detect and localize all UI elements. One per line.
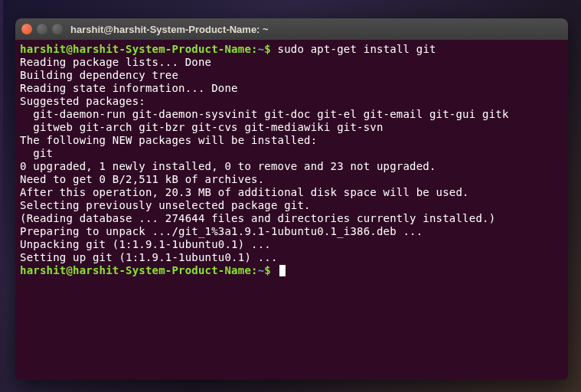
desktop-left-edge — [0, 0, 3, 392]
output-line: 0 upgraded, 1 newly installed, 0 to remo… — [20, 160, 563, 173]
output-line: Setting up git (1:1.9.1-1ubuntu0.1) ... — [20, 251, 563, 264]
output-line: Reading package lists... Done — [20, 56, 563, 69]
output-line: gitweb git-arch git-bzr git-cvs git-medi… — [20, 121, 563, 134]
prompt-sep: : — [251, 264, 258, 276]
output-line: Selecting previously unselected package … — [20, 199, 563, 212]
titlebar[interactable]: harshit@harshit-System-Product-Name: ~ — [15, 18, 568, 40]
output-line: Building dependency tree — [20, 69, 563, 82]
minimize-icon[interactable] — [37, 24, 47, 34]
output-line: Need to get 0 B/2,511 kB of archives. — [20, 173, 563, 186]
terminal-window: harshit@harshit-System-Product-Name: ~ h… — [15, 18, 568, 380]
prompt-userhost: harshit@harshit-System-Product-Name — [20, 264, 251, 276]
output-line: Suggested packages: — [20, 95, 563, 108]
output-line: After this operation, 20.3 MB of additio… — [20, 186, 563, 199]
cursor-icon — [279, 265, 286, 276]
window-title: harshit@harshit-System-Product-Name: ~ — [70, 24, 269, 35]
prompt-path: ~ — [258, 264, 265, 276]
command-text: sudo apt-get install git — [278, 43, 436, 55]
prompt-sigil: $ — [264, 43, 271, 55]
prompt-sigil: $ — [264, 264, 271, 276]
prompt-line-1: harshit@harshit-System-Product-Name:~$ s… — [20, 43, 563, 56]
prompt-path: ~ — [258, 43, 265, 55]
prompt-userhost: harshit@harshit-System-Product-Name — [20, 43, 251, 55]
prompt-sep: : — [251, 43, 258, 55]
output-line: Reading state information... Done — [20, 82, 563, 95]
window-controls — [21, 24, 63, 34]
close-icon[interactable] — [21, 24, 32, 34]
maximize-icon[interactable] — [52, 24, 63, 34]
output-line: git — [20, 147, 563, 160]
output-line: (Reading database ... 274644 files and d… — [20, 212, 563, 225]
terminal-body[interactable]: harshit@harshit-System-Product-Name:~$ s… — [15, 40, 568, 280]
output-line: Preparing to unpack .../git_1%3a1.9.1-1u… — [20, 225, 563, 238]
output-line: git-daemon-run git-daemon-sysvinit git-d… — [20, 108, 563, 121]
output-line: Unpacking git (1:1.9.1-1ubuntu0.1) ... — [20, 238, 563, 251]
output-line: The following NEW packages will be insta… — [20, 134, 563, 147]
prompt-line-2: harshit@harshit-System-Product-Name:~$ — [20, 264, 563, 277]
